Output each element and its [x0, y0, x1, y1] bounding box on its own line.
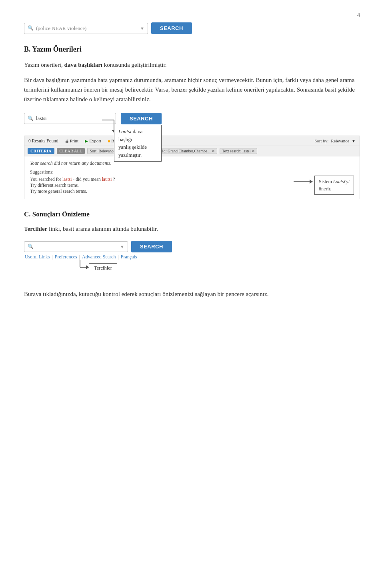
page-number: 4	[24, 12, 360, 18]
sort-area: Sort by: Relevance ▼	[314, 138, 356, 143]
bottom-search-button[interactable]: SEARCH	[131, 241, 172, 252]
results-header: 0 Results Found 🖨 Print ▶ Export ■ RSS S…	[24, 136, 360, 146]
advanced-search-link[interactable]: Advanced Search	[82, 254, 116, 260]
clear-all-badge[interactable]: CLEAR ALL	[57, 148, 85, 154]
filter-text-text: Text search: lastsi	[222, 149, 251, 153]
export-link[interactable]: ▶ Export	[85, 138, 101, 143]
rss-icon: ■	[108, 139, 110, 143]
bottom-text: Buraya tıkladığınızda, kutucuğu kontrol …	[24, 289, 360, 299]
suggestion-mean[interactable]: lautsi	[102, 177, 112, 182]
filter-text-close[interactable]: ✕	[252, 149, 255, 153]
search-icon-1: 🔍	[28, 25, 34, 31]
filter-text-tag: Text search: lastsi ✕	[220, 148, 258, 154]
bottom-search-wrapper: 🔍 ▼ SEARCH Useful Links | Preferences | …	[24, 241, 224, 282]
diagram-annotation-1: Lautsi dava başlığıyanlış şekildeyazılmı…	[114, 125, 162, 162]
search-input-mock-1[interactable]: 🔍 (police NEAR violence) ▼	[24, 23, 148, 34]
try-general-row: Try more general search terms.	[30, 189, 354, 194]
section-b-para-1: Yazım önerileri, dava başlıkları konusun…	[24, 60, 360, 70]
print-label: Print	[70, 138, 78, 143]
export-icon: ▶	[85, 139, 88, 143]
dropdown-arrow-2[interactable]: ▼	[120, 244, 124, 249]
print-icon: 🖨	[65, 139, 69, 143]
suggestions-label: Suggestions:	[30, 170, 354, 174]
print-link[interactable]: 🖨 Print	[65, 138, 78, 143]
criteria-badge[interactable]: CRITERIA	[28, 148, 54, 154]
useful-links-link[interactable]: Useful Links	[25, 254, 50, 260]
sistem-arrow	[290, 176, 314, 188]
results-count: 0 Results Found	[28, 138, 58, 143]
suggestion-diagram: 🔍 lastsi SEARCH Lautsi dava başlığıyanlı…	[24, 113, 360, 124]
filter-sort-text: Sort: Relevance	[90, 149, 115, 153]
suggestion-input-value: lastsi	[36, 115, 47, 122]
export-label: Export	[89, 138, 101, 143]
francais-link[interactable]: Français	[121, 254, 137, 260]
sort-dropdown-arrow[interactable]: ▼	[352, 139, 356, 143]
no-results-text: Your search did not return any documents…	[30, 160, 354, 166]
search-placeholder-1: (police NEAR violence)	[36, 25, 86, 32]
search-icon-3: 🔍	[28, 244, 34, 250]
sort-value: Relevance	[331, 138, 349, 143]
bottom-links-row: Useful Links | Preferences | Advanced Se…	[24, 254, 224, 260]
search-icon-2: 🔍	[28, 116, 34, 122]
results-mockup: 0 Results Found 🖨 Print ▶ Export ■ RSS S…	[24, 136, 360, 199]
section-b-para-2: Bir dava başlığının yazımında hata yapma…	[24, 75, 360, 104]
section-c-heading: C. Sonuçları Önizleme	[24, 210, 360, 218]
bottom-search-input[interactable]: 🔍 ▼	[24, 241, 128, 252]
dropdown-arrow-1[interactable]: ▼	[140, 26, 144, 31]
tercihler-annotation: Tercihler	[89, 263, 117, 273]
suggestion-link[interactable]: lastsi	[62, 177, 72, 182]
preferences-link[interactable]: Preferences	[55, 254, 77, 260]
sistem-annotation: Sistem Lautsi'yiönerir.	[314, 176, 354, 195]
section-c-para: Tercihler linki, basit arama alanının al…	[24, 224, 360, 234]
search-button-1[interactable]: SEARCH	[151, 22, 192, 34]
clear-all-label: CLEAR ALL	[60, 149, 82, 153]
filter-collection-close[interactable]: ✕	[212, 149, 215, 153]
svg-marker-4	[310, 180, 313, 184]
section-b-heading: B. Yazım Önerileri	[24, 45, 360, 54]
sort-by-label: Sort by:	[314, 138, 328, 143]
top-search-bar: 🔍 (police NEAR violence) ▼ SEARCH	[24, 22, 360, 34]
criteria-bar: CRITERIA CLEAR ALL Sort: Relevance ✕ Doc…	[24, 146, 360, 156]
